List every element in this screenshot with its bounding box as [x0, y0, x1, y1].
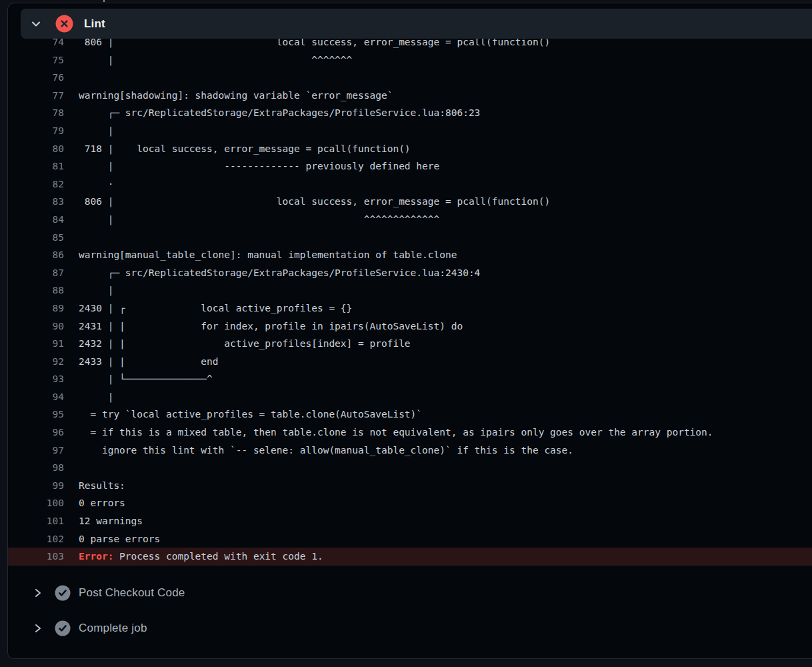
log-line-number[interactable]: 84 — [8, 211, 64, 229]
log-output: 74 806 | local success, error_message = … — [8, 33, 812, 566]
log-line-text: · — [79, 179, 113, 189]
log-line: 76 — [8, 69, 812, 87]
clipped-log-line-fragment — [103, 0, 105, 2]
log-line-text: 2433 | | end — [79, 356, 219, 367]
log-line: 95 = try `local active_profiles = table.… — [8, 406, 812, 424]
log-line-number[interactable]: 90 — [8, 317, 64, 336]
log-line: 912432 | | active_profiles[index] = prof… — [8, 335, 812, 353]
log-line-number[interactable]: 86 — [8, 246, 64, 264]
log-line-text: 12 warnings — [79, 516, 143, 526]
log-line-text: | └──────────────^ — [79, 374, 213, 384]
log-line: 10112 warnings — [8, 512, 812, 530]
log-line: 99Results: — [8, 477, 812, 495]
x-circle-icon — [55, 15, 73, 33]
log-line-text: 2430 | ┌ local active_profiles = {} — [79, 303, 352, 313]
log-line-text: | ^^^^^^^ — [79, 55, 352, 65]
log-line: 892430 | ┌ local active_profiles = {} — [8, 299, 812, 317]
log-line-error: 103Error: Process completed with exit co… — [8, 548, 812, 566]
log-line-number[interactable]: 97 — [8, 442, 64, 460]
log-line-text: ┌─ src/ReplicatedStorage/ExtraPackages/P… — [79, 107, 480, 118]
job-log-card: 74 806 | local success, error_message = … — [7, 3, 812, 659]
log-line-number[interactable]: 81 — [8, 157, 64, 175]
log-line-number[interactable]: 75 — [8, 51, 64, 69]
log-line-text: 0 errors — [79, 498, 125, 508]
log-line-number[interactable]: 98 — [8, 459, 64, 477]
log-line: 97 ignore this lint with `-- selene: all… — [8, 442, 812, 460]
check-circle-icon — [55, 620, 71, 636]
step-row-complete-job[interactable]: Complete job — [8, 611, 812, 646]
log-line-number[interactable]: 85 — [8, 229, 64, 247]
log-line: 1000 errors — [8, 494, 812, 512]
log-line-number[interactable]: 82 — [8, 175, 64, 193]
error-label: Error: — [79, 551, 113, 562]
log-line-number[interactable]: 80 — [8, 140, 64, 158]
log-line: 82 · — [8, 175, 812, 193]
log-line: 902431 | | for index, profile in ipairs(… — [8, 317, 812, 336]
chevron-right-icon[interactable] — [34, 623, 43, 634]
log-line: 1020 parse errors — [8, 530, 812, 548]
log-line-text: Results: — [79, 480, 125, 491]
log-line: 81 | ------------- previously defined he… — [8, 157, 812, 175]
log-line-text: ┌─ src/ReplicatedStorage/ExtraPackages/P… — [79, 267, 480, 278]
log-line-text: | ------------- previously defined here — [79, 161, 439, 171]
log-line-text: 2432 | | active_profiles[index] = profil… — [79, 338, 411, 349]
log-line-text: | — [79, 125, 113, 136]
log-line-text: 2431 | | for index, profile in ipairs(Au… — [79, 321, 463, 331]
log-line: 85 — [8, 229, 812, 247]
step-label: Complete job — [79, 622, 147, 635]
log-line-text: ignore this lint with `-- selene: allow(… — [79, 445, 573, 456]
log-line-text: 718 | local success, error_message = pca… — [79, 143, 411, 154]
log-line-number[interactable]: 77 — [8, 87, 64, 105]
log-line: 96 = if this is a mixed table, then tabl… — [8, 424, 812, 442]
log-line-number[interactable]: 99 — [8, 477, 64, 495]
check-circle-icon — [55, 585, 71, 601]
log-line-number[interactable]: 102 — [8, 530, 64, 548]
log-line-number[interactable]: 83 — [8, 193, 64, 211]
log-line-number[interactable]: 101 — [8, 512, 64, 530]
log-line-text: warning[manual_table_clone]: manual impl… — [79, 249, 457, 260]
log-line-text: 0 parse errors — [79, 534, 160, 544]
step-label: Post Checkout Code — [79, 586, 185, 600]
log-line-text: warning[shadowing]: shadowing variable `… — [79, 90, 393, 101]
step-header-lint[interactable]: Lint — [21, 9, 812, 39]
log-line-text: Error: Process completed with exit code … — [79, 551, 323, 562]
log-line: 78 ┌─ src/ReplicatedStorage/ExtraPackage… — [8, 104, 812, 122]
step-row-post-checkout-code[interactable]: Post Checkout Code — [8, 576, 812, 610]
log-line: 75 | ^^^^^^^ — [8, 51, 812, 69]
log-line: 79 | — [8, 122, 812, 140]
log-line-number[interactable]: 94 — [8, 388, 64, 406]
log-line: 922433 | | end — [8, 353, 812, 371]
log-line: 93 | └──────────────^ — [8, 370, 812, 388]
log-line-text: | — [79, 392, 113, 402]
log-line-number[interactable]: 79 — [8, 122, 64, 140]
log-line-text: | ^^^^^^^^^^^^^ — [79, 214, 439, 225]
step-title: Lint — [84, 17, 105, 31]
log-line: 80 718 | local success, error_message = … — [8, 140, 812, 158]
log-line-number[interactable]: 87 — [8, 264, 64, 282]
log-line-number[interactable]: 96 — [8, 424, 64, 442]
log-line: 87 ┌─ src/ReplicatedStorage/ExtraPackage… — [8, 264, 812, 282]
log-line-number[interactable]: 89 — [8, 299, 64, 317]
log-line-number[interactable]: 76 — [8, 69, 64, 87]
log-line-number[interactable]: 93 — [8, 370, 64, 388]
log-line-number[interactable]: 103 — [8, 548, 64, 566]
log-line-number[interactable]: 95 — [8, 406, 64, 424]
log-line-number[interactable]: 78 — [8, 104, 64, 122]
chevron-right-icon[interactable] — [34, 588, 43, 598]
log-line-number[interactable]: 100 — [8, 494, 64, 512]
log-line: 77warning[shadowing]: shadowing variable… — [8, 87, 812, 105]
log-line-text: 806 | local success, error_message = pca… — [79, 196, 550, 207]
log-line: 83 806 | local success, error_message = … — [8, 193, 812, 211]
log-line-number[interactable]: 88 — [8, 281, 64, 299]
chevron-down-icon[interactable] — [31, 19, 41, 29]
log-line: 88 | — [8, 281, 812, 299]
log-line-number[interactable]: 91 — [8, 335, 64, 353]
log-line: 84 | ^^^^^^^^^^^^^ — [8, 211, 812, 229]
log-line-text: | — [79, 285, 113, 295]
log-line-number[interactable]: 92 — [8, 353, 64, 371]
log-line: 98 — [8, 459, 812, 477]
log-line-text: = if this is a mixed table, then table.c… — [79, 427, 713, 438]
log-line: 94 | — [8, 388, 812, 406]
log-line: 86warning[manual_table_clone]: manual im… — [8, 246, 812, 264]
log-line-text: = try `local active_profiles = table.clo… — [79, 409, 422, 420]
